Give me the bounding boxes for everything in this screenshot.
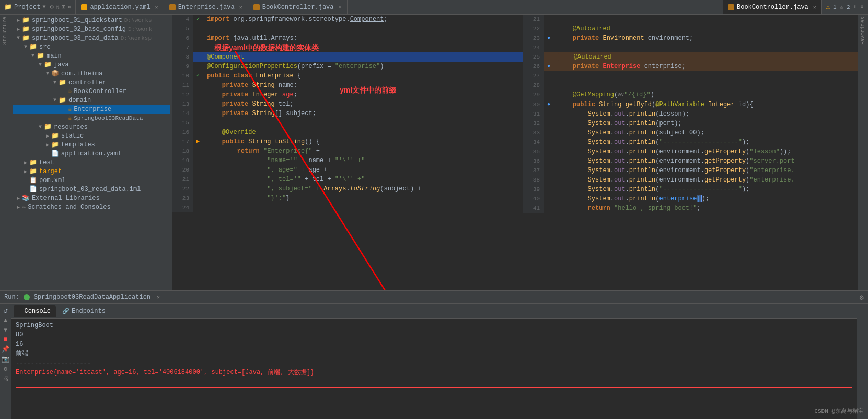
tab-close-icon[interactable]: ✕: [155, 4, 158, 10]
console-error-underline: [16, 378, 852, 388]
favorites-label[interactable]: Favorites: [860, 17, 866, 45]
bottom-panel: ↺ ▲ ▼ ■ 📌 📷 ⚙ 🖨 ≡ Console 🔗 Endpoints: [0, 304, 868, 419]
package-icon: 📦: [51, 70, 59, 77]
code-line-4: 4 ✓ import org.springframework.stereotyp…: [172, 15, 523, 24]
iml-file-icon: 📄: [29, 185, 37, 193]
camera-icon[interactable]: 📷: [2, 355, 9, 363]
code-line-6: 6 import java.util.Arrays;: [172, 33, 523, 43]
expand-icon[interactable]: ⬆: [853, 3, 857, 11]
tree-item-external-libraries[interactable]: ▶ 📚 External Libraries: [13, 194, 170, 202]
yaml-file-icon: 📄: [51, 150, 59, 157]
expand-arrow-icon: ▶: [15, 26, 22, 32]
tree-item-resources[interactable]: ▼ 📁 resources: [13, 122, 170, 131]
tab-label: BookController.java: [737, 4, 808, 11]
run-tab-close-icon[interactable]: ✕: [157, 294, 160, 300]
warning-count-1: 1: [833, 4, 837, 10]
tab-close-icon[interactable]: ✕: [339, 4, 342, 10]
project-expand-icon[interactable]: ⊞: [62, 3, 65, 11]
structure-icon[interactable]: Structure: [2, 17, 8, 45]
tree-item-controller[interactable]: ▼ 📁 controller: [13, 78, 170, 87]
java-icon: [253, 4, 260, 10]
tab-endpoints[interactable]: 🔗 Endpoints: [57, 305, 111, 317]
tab-bookcontroller-2[interactable]: BookController.java ✕: [723, 0, 822, 14]
print-icon[interactable]: 🖨: [3, 375, 9, 383]
console-tabs: ≡ Console 🔗 Endpoints: [11, 304, 857, 319]
code-line-12: 12 private Integer age;: [172, 90, 523, 99]
tab-bookcontroller-1[interactable]: BookController.java ✕: [248, 0, 348, 14]
code-line-10: 10 ✓ public class Enterprise {: [172, 71, 523, 81]
tree-item-test[interactable]: ▶ 📁 test: [13, 158, 170, 167]
left-code-lines: 4 ✓ import org.springframework.stereotyp…: [172, 15, 523, 212]
console-area: ≡ Console 🔗 Endpoints SpringBoot 80 16 前…: [11, 304, 857, 419]
tree-item-springboot03[interactable]: ▼ 📁 springboot_03_read_data D:\worksp: [13, 33, 170, 42]
check-icon: ✓: [196, 71, 200, 81]
tree-item-java[interactable]: ▼ 📁 java: [13, 60, 170, 69]
console-content[interactable]: SpringBoot 80 16 前端 --------------------…: [11, 319, 857, 419]
tree-item-target[interactable]: ▶ 📁 target: [13, 167, 170, 176]
folder-icon: 📁: [59, 78, 66, 86]
tree-item-main[interactable]: ▼ 📁 main: [13, 51, 170, 60]
tab-console[interactable]: ≡ Console: [14, 305, 56, 317]
tree-item-springboot01[interactable]: ▶ 📁 springboot_01_quickstart D:\works: [13, 16, 170, 25]
project-sync-icon[interactable]: ⇅: [56, 3, 60, 11]
console-output-separator: --------------------: [16, 358, 852, 368]
code-line-r30: 30 ● public String getById(@PathVariable…: [523, 100, 858, 109]
code-line-14: 14 private String[] subject;: [172, 109, 523, 118]
folder-icon: 📁: [51, 141, 59, 149]
project-close-icon[interactable]: ✕: [67, 3, 71, 11]
settings-small-icon[interactable]: ⚙: [4, 365, 7, 373]
tab-enterprise-java[interactable]: Enterprise.java ✕: [164, 0, 248, 14]
code-line-r25: 25 @Autowired: [523, 52, 858, 62]
tree-item-static[interactable]: ▶ 📁 static: [13, 131, 170, 140]
java-file-icon: ☕: [68, 87, 72, 95]
code-line-r38: 38 System.out.println(environment.getPro…: [523, 175, 858, 185]
code-line-r28: 28: [523, 81, 858, 90]
pin-icon[interactable]: 📌: [2, 345, 9, 353]
folder-icon: 📁: [22, 16, 30, 24]
tab-close-icon[interactable]: ✕: [813, 4, 816, 10]
project-sidebar: ▶ 📁 springboot_01_quickstart D:\works ▶ …: [10, 15, 172, 290]
folder-icon: 📁: [37, 52, 44, 60]
tab-label: BookController.java: [262, 4, 334, 11]
tree-item-pom-xml[interactable]: ▶ 📋 pom.xml: [13, 176, 170, 185]
tab-close-icon[interactable]: ✕: [239, 4, 242, 10]
run-arrow-icon: ▶: [196, 137, 200, 146]
tree-item-bookcontroller[interactable]: ▶ ☕ BookController: [13, 87, 170, 96]
tab-application-yaml[interactable]: application.yaml ✕: [76, 0, 164, 14]
tree-item-com-itheima[interactable]: ▼ 📦 com.itheima: [13, 69, 170, 78]
tree-item-enterprise[interactable]: ▶ ☕ Enterprise: [13, 105, 170, 114]
tree-item-domain[interactable]: ▼ 📁 domain: [13, 96, 170, 105]
tree-item-src[interactable]: ▼ 📁 src: [13, 42, 170, 51]
collapse-icon[interactable]: ⬇: [860, 3, 864, 11]
code-line-11: 11 private String name;: [172, 81, 523, 90]
run-bar: Run: Springboot03ReadDataApplication ✕ ⚙: [0, 290, 868, 304]
tree-item-springboot02[interactable]: ▶ 📁 springboot_02_base_config D:\work: [13, 25, 170, 33]
warning-count-2: 2: [847, 4, 850, 10]
stop-icon[interactable]: ■: [4, 336, 7, 343]
tree-item-iml[interactable]: ▶ 📄 springboot_03_read_data.iml: [13, 185, 170, 194]
left-code-editor[interactable]: 根据yaml中的数据构建的实体类 yml文件中的前缀: [172, 15, 523, 290]
code-line-r36: 36 System.out.println(environment.getPro…: [523, 156, 858, 166]
folder-icon: 📁: [59, 96, 66, 104]
project-settings-icon[interactable]: ⚙: [50, 3, 53, 11]
rerun-icon[interactable]: ↺: [3, 306, 7, 315]
run-app-icon: [24, 294, 30, 300]
code-line-r33: 33 System.out.println(subject_00);: [523, 128, 858, 138]
console-output-16: 16: [16, 339, 852, 349]
scroll-up-icon[interactable]: ▲: [4, 317, 7, 324]
tree-item-templates[interactable]: ▶ 📁 templates: [13, 140, 170, 149]
endpoints-icon: 🔗: [62, 308, 70, 314]
console-icon: ≡: [19, 308, 22, 314]
console-output-enterprise: Enterprise{name='itcast', age=16, tel='4…: [16, 368, 852, 377]
scroll-down-icon[interactable]: ▼: [4, 326, 7, 334]
expand-arrow-icon: ▶: [22, 168, 29, 175]
right-code-editor[interactable]: 21 22 @Autowired: [523, 15, 858, 290]
project-dropdown-icon[interactable]: ▼: [42, 4, 45, 10]
tree-item-application-yaml[interactable]: ▶ 📄 application.yaml: [13, 149, 170, 158]
run-settings-icon[interactable]: ⚙: [860, 293, 864, 302]
tree-item-scratches[interactable]: ▶ ✏ Scratches and Consoles: [13, 202, 170, 211]
tree-item-springboot03readdata[interactable]: ▶ ☕ Springboot03ReadData: [13, 114, 170, 122]
code-line-22: 22 ", subject=" + Arrays.toString(subjec…: [172, 184, 523, 194]
folder-icon: 📁: [29, 167, 37, 175]
java-file-icon: ☕: [68, 105, 72, 113]
